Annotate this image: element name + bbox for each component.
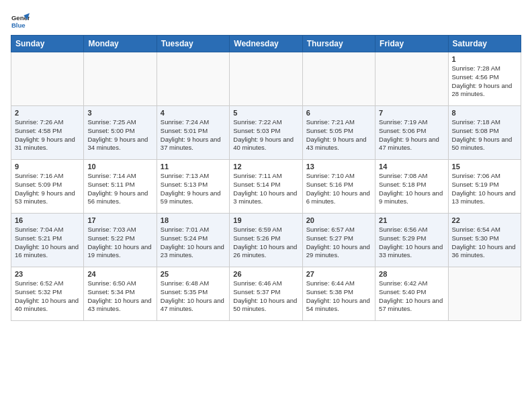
day-number: 23 xyxy=(15,270,80,278)
day-info: Sunrise: 6:46 AM Sunset: 5:37 PM Dayligh… xyxy=(233,279,298,314)
calendar-cell: 4Sunrise: 7:24 AM Sunset: 5:01 PM Daylig… xyxy=(157,106,229,160)
day-number: 12 xyxy=(233,163,298,171)
calendar-cell: 10Sunrise: 7:14 AM Sunset: 5:11 PM Dayli… xyxy=(84,160,157,214)
day-info: Sunrise: 7:03 AM Sunset: 5:22 PM Dayligh… xyxy=(87,226,152,260)
calendar-cell: 22Sunrise: 6:54 AM Sunset: 5:30 PM Dayli… xyxy=(448,214,521,267)
calendar-cell: 23Sunrise: 6:52 AM Sunset: 5:32 PM Dayli… xyxy=(11,267,84,321)
day-number: 19 xyxy=(233,216,298,224)
day-number: 18 xyxy=(161,216,226,224)
calendar-cell: 26Sunrise: 6:46 AM Sunset: 5:37 PM Dayli… xyxy=(230,267,302,321)
day-number: 25 xyxy=(161,270,226,278)
calendar-cell: 6Sunrise: 7:21 AM Sunset: 5:05 PM Daylig… xyxy=(302,106,375,160)
calendar-cell: 20Sunrise: 6:57 AM Sunset: 5:27 PM Dayli… xyxy=(302,214,375,267)
day-info: Sunrise: 6:59 AM Sunset: 5:26 PM Dayligh… xyxy=(233,226,298,260)
calendar-cell: 17Sunrise: 7:03 AM Sunset: 5:22 PM Dayli… xyxy=(84,214,157,267)
day-info: Sunrise: 6:52 AM Sunset: 5:32 PM Dayligh… xyxy=(15,279,80,314)
calendar-week-row: 23Sunrise: 6:52 AM Sunset: 5:32 PM Dayli… xyxy=(11,267,521,321)
calendar-cell: 14Sunrise: 7:08 AM Sunset: 5:18 PM Dayli… xyxy=(375,160,448,214)
day-number: 2 xyxy=(15,109,80,117)
day-number: 20 xyxy=(306,216,371,224)
calendar-table: SundayMondayTuesdayWednesdayThursdayFrid… xyxy=(11,35,521,321)
calendar-cell xyxy=(302,52,375,106)
day-info: Sunrise: 7:06 AM Sunset: 5:19 PM Dayligh… xyxy=(452,172,517,206)
day-info: Sunrise: 6:42 AM Sunset: 5:40 PM Dayligh… xyxy=(379,279,444,314)
day-number: 10 xyxy=(87,163,152,171)
day-info: Sunrise: 7:18 AM Sunset: 5:08 PM Dayligh… xyxy=(452,118,517,152)
day-number: 4 xyxy=(161,109,226,117)
day-info: Sunrise: 7:10 AM Sunset: 5:16 PM Dayligh… xyxy=(306,172,371,206)
calendar-week-row: 9Sunrise: 7:16 AM Sunset: 5:09 PM Daylig… xyxy=(11,160,521,214)
day-info: Sunrise: 7:19 AM Sunset: 5:06 PM Dayligh… xyxy=(379,118,444,152)
calendar-cell: 8Sunrise: 7:18 AM Sunset: 5:08 PM Daylig… xyxy=(448,106,521,160)
day-number: 28 xyxy=(379,270,444,278)
day-number: 7 xyxy=(379,109,444,117)
day-info: Sunrise: 6:56 AM Sunset: 5:29 PM Dayligh… xyxy=(379,226,444,260)
calendar-week-row: 16Sunrise: 7:04 AM Sunset: 5:21 PM Dayli… xyxy=(11,214,521,267)
calendar-cell: 5Sunrise: 7:22 AM Sunset: 5:03 PM Daylig… xyxy=(230,106,302,160)
day-info: Sunrise: 7:08 AM Sunset: 5:18 PM Dayligh… xyxy=(379,172,444,206)
day-info: Sunrise: 7:14 AM Sunset: 5:11 PM Dayligh… xyxy=(87,172,152,206)
day-number: 16 xyxy=(15,216,80,224)
day-info: Sunrise: 7:13 AM Sunset: 5:13 PM Dayligh… xyxy=(161,172,226,206)
calendar-cell: 3Sunrise: 7:25 AM Sunset: 5:00 PM Daylig… xyxy=(84,106,157,160)
day-number: 21 xyxy=(379,216,444,224)
calendar-week-row: 2Sunrise: 7:26 AM Sunset: 4:58 PM Daylig… xyxy=(11,106,521,160)
day-info: Sunrise: 6:44 AM Sunset: 5:38 PM Dayligh… xyxy=(306,279,371,314)
calendar-cell: 1Sunrise: 7:28 AM Sunset: 4:56 PM Daylig… xyxy=(448,52,521,106)
day-number: 6 xyxy=(306,109,371,117)
day-header-monday: Monday xyxy=(84,36,157,52)
svg-text:Blue: Blue xyxy=(11,21,26,29)
day-number: 14 xyxy=(379,163,444,171)
day-header-wednesday: Wednesday xyxy=(230,36,302,52)
day-header-friday: Friday xyxy=(375,36,448,52)
day-info: Sunrise: 7:26 AM Sunset: 4:58 PM Dayligh… xyxy=(15,118,80,152)
day-number: 22 xyxy=(452,216,517,224)
logo-icon: General Blue xyxy=(11,11,30,30)
day-info: Sunrise: 7:16 AM Sunset: 5:09 PM Dayligh… xyxy=(15,172,80,206)
calendar-cell: 16Sunrise: 7:04 AM Sunset: 5:21 PM Dayli… xyxy=(11,214,84,267)
day-number: 24 xyxy=(87,270,152,278)
calendar-cell: 19Sunrise: 6:59 AM Sunset: 5:26 PM Dayli… xyxy=(230,214,302,267)
day-number: 11 xyxy=(161,163,226,171)
day-number: 17 xyxy=(87,216,152,224)
day-number: 13 xyxy=(306,163,371,171)
calendar-cell xyxy=(230,52,302,106)
calendar-cell: 24Sunrise: 6:50 AM Sunset: 5:34 PM Dayli… xyxy=(84,267,157,321)
day-info: Sunrise: 7:28 AM Sunset: 4:56 PM Dayligh… xyxy=(452,64,517,99)
day-info: Sunrise: 7:04 AM Sunset: 5:21 PM Dayligh… xyxy=(15,226,80,260)
day-header-thursday: Thursday xyxy=(302,36,375,52)
day-info: Sunrise: 6:48 AM Sunset: 5:35 PM Dayligh… xyxy=(161,279,226,314)
day-number: 15 xyxy=(452,163,517,171)
day-info: Sunrise: 7:25 AM Sunset: 5:00 PM Dayligh… xyxy=(87,118,152,152)
day-number: 8 xyxy=(452,109,517,117)
day-number: 26 xyxy=(233,270,298,278)
day-info: Sunrise: 6:57 AM Sunset: 5:27 PM Dayligh… xyxy=(306,226,371,260)
day-info: Sunrise: 7:24 AM Sunset: 5:01 PM Dayligh… xyxy=(161,118,226,152)
page-header: General Blue xyxy=(11,11,521,30)
day-number: 27 xyxy=(306,270,371,278)
calendar-cell: 25Sunrise: 6:48 AM Sunset: 5:35 PM Dayli… xyxy=(157,267,229,321)
calendar-cell xyxy=(157,52,229,106)
calendar-cell: 27Sunrise: 6:44 AM Sunset: 5:38 PM Dayli… xyxy=(302,267,375,321)
calendar-cell xyxy=(375,52,448,106)
day-header-saturday: Saturday xyxy=(448,36,521,52)
logo: General Blue xyxy=(11,11,32,30)
day-info: Sunrise: 7:21 AM Sunset: 5:05 PM Dayligh… xyxy=(306,118,371,152)
calendar-header-row: SundayMondayTuesdayWednesdayThursdayFrid… xyxy=(11,36,521,52)
calendar-cell: 21Sunrise: 6:56 AM Sunset: 5:29 PM Dayli… xyxy=(375,214,448,267)
calendar-cell xyxy=(84,52,157,106)
calendar-cell xyxy=(11,52,84,106)
day-info: Sunrise: 6:50 AM Sunset: 5:34 PM Dayligh… xyxy=(87,279,152,314)
day-info: Sunrise: 7:01 AM Sunset: 5:24 PM Dayligh… xyxy=(161,226,226,260)
calendar-cell: 2Sunrise: 7:26 AM Sunset: 4:58 PM Daylig… xyxy=(11,106,84,160)
calendar-cell xyxy=(448,267,521,321)
day-header-sunday: Sunday xyxy=(11,36,84,52)
day-number: 3 xyxy=(87,109,152,117)
calendar-cell: 15Sunrise: 7:06 AM Sunset: 5:19 PM Dayli… xyxy=(448,160,521,214)
day-number: 9 xyxy=(15,163,80,171)
day-info: Sunrise: 7:11 AM Sunset: 5:14 PM Dayligh… xyxy=(233,172,298,206)
calendar-cell: 9Sunrise: 7:16 AM Sunset: 5:09 PM Daylig… xyxy=(11,160,84,214)
calendar-cell: 11Sunrise: 7:13 AM Sunset: 5:13 PM Dayli… xyxy=(157,160,229,214)
calendar-cell: 13Sunrise: 7:10 AM Sunset: 5:16 PM Dayli… xyxy=(302,160,375,214)
day-info: Sunrise: 6:54 AM Sunset: 5:30 PM Dayligh… xyxy=(452,226,517,260)
